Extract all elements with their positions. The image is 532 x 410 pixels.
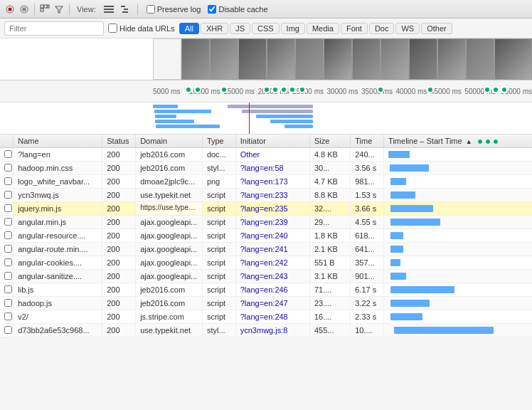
row-timeline	[384, 148, 532, 162]
filter-btn-ws[interactable]: WS	[395, 23, 420, 34]
row-timeline	[384, 229, 532, 243]
film-frame-last	[494, 38, 532, 80]
ruler-dot	[280, 86, 287, 93]
filter-btn-media[interactable]: Media	[307, 23, 339, 34]
filter-btn-all[interactable]: All	[179, 23, 199, 34]
table-row[interactable]: ycn3mwq.js 200 use.typekit.net script ?l…	[0, 189, 532, 202]
ruler-dot-group3	[484, 86, 508, 93]
svg-rect-14	[122, 11, 128, 13]
name-header[interactable]: Name	[14, 135, 102, 148]
row-checkbox[interactable]	[4, 285, 12, 293]
view-waterfall-btn[interactable]	[119, 3, 133, 16]
row-domain: jeb2016.com	[136, 148, 203, 162]
row-checkbox[interactable]	[4, 191, 12, 199]
table-row[interactable]: logo_white_navbar... 200 dmoae2jplc9c...…	[0, 175, 532, 189]
filter-input[interactable]	[4, 21, 104, 36]
table-row[interactable]: angular-cookies.... 200 ajax.googleapi..…	[0, 256, 532, 270]
row-checkbox[interactable]	[4, 245, 12, 253]
row-time: 3.22 s	[351, 297, 384, 310]
filter-icon[interactable]	[53, 4, 65, 15]
row-status: 200	[102, 189, 136, 202]
row-timeline	[384, 324, 532, 337]
row-initiator: ?lang=en:235	[235, 202, 309, 216]
filter-btn-doc[interactable]: Doc	[369, 23, 395, 34]
film-frame	[295, 38, 324, 80]
row-name: logo_white_navbar...	[14, 175, 102, 189]
view-list-btn[interactable]	[102, 3, 116, 16]
row-checkbox[interactable]	[4, 258, 12, 266]
table-row[interactable]: angular-sanitize.... 200 ajax.googleapi.…	[0, 270, 532, 283]
row-timeline	[384, 243, 532, 256]
ruler-dot	[377, 86, 384, 93]
table-row[interactable]: hadoop.min.css 200 jeb2016.com styl... ?…	[0, 162, 532, 175]
row-checkbox-cell	[0, 256, 14, 270]
table-row[interactable]: hadoop.js 200 jeb2016.com script ?lang=e…	[0, 297, 532, 310]
overview-bar	[156, 125, 220, 128]
row-checkbox[interactable]	[4, 218, 12, 226]
row-checkbox[interactable]	[4, 164, 12, 172]
table-row[interactable]: angular-route.min.... 200 ajax.googleapi…	[0, 243, 532, 256]
table-row[interactable]: jquery.min.js 200 https://use.typekit.ne…	[0, 202, 532, 216]
row-checkbox-cell	[0, 324, 14, 337]
row-domain: jeb2016.com	[136, 283, 203, 297]
film-frame	[409, 38, 437, 80]
preserve-log-checkbox[interactable]	[147, 5, 155, 14]
filter-btn-js[interactable]: JS	[230, 23, 250, 34]
overview-bar-gray	[228, 105, 313, 108]
status-header[interactable]: Status	[102, 135, 136, 148]
size-header[interactable]: Size	[309, 135, 350, 148]
type-header[interactable]: Type	[202, 135, 235, 148]
row-status: 200	[102, 270, 136, 283]
row-name: v2/	[14, 310, 102, 324]
row-checkbox-cell	[0, 229, 14, 243]
row-status: 200	[102, 229, 136, 243]
row-checkbox[interactable]	[4, 231, 12, 239]
row-initiator: ?lang=en:241	[235, 243, 309, 256]
table-row[interactable]: ?lang=en 200 jeb2016.com doc... Other 4.…	[0, 148, 532, 162]
table-row[interactable]: d73bb2a6e53c968... 200 use.typekit.net s…	[0, 324, 532, 337]
table-row[interactable]: angular.min.js 200 ajax.googleapi... scr…	[0, 216, 532, 229]
row-size: 4.8 KB	[309, 148, 350, 162]
filter-btn-img[interactable]: Img	[281, 23, 305, 34]
filter-btn-font[interactable]: Font	[341, 23, 368, 34]
row-initiator: ?lang=en:240	[235, 229, 309, 243]
filter-btn-css[interactable]: CSS	[252, 23, 280, 34]
clear-icon[interactable]	[39, 4, 50, 15]
row-checkbox[interactable]	[4, 204, 12, 212]
row-size: 16....	[309, 310, 350, 324]
initiator-header[interactable]: Initiator	[235, 135, 309, 148]
table-row[interactable]: angular-resource.... 200 ajax.googleapi.…	[0, 229, 532, 243]
checkbox-header	[0, 135, 14, 148]
disable-cache-label[interactable]: Disable cache	[208, 5, 267, 14]
filter-btn-xhr[interactable]: XHR	[201, 23, 228, 34]
row-checkbox[interactable]	[4, 326, 12, 334]
record-icon[interactable]	[4, 4, 16, 15]
table-header-row: Name Status Domain Type Initiator Size	[0, 135, 532, 148]
row-initiator: ?lang=en:173	[235, 175, 309, 189]
preserve-log-label[interactable]: Preserve log	[147, 5, 201, 14]
row-name: ?lang=en	[14, 148, 102, 162]
separator	[34, 4, 35, 15]
table-row[interactable]: lib.js 200 jeb2016.com script ?lang=en:2…	[0, 283, 532, 297]
hide-data-urls-label[interactable]: Hide data URLs	[108, 23, 175, 33]
filter-btn-other[interactable]: Other	[421, 23, 452, 34]
stop-icon[interactable]	[18, 4, 30, 15]
disable-cache-checkbox[interactable]	[208, 5, 216, 14]
film-frame	[352, 38, 381, 80]
row-checkbox[interactable]	[4, 299, 12, 307]
timeline-header[interactable]: Timeline – Start Time ▲	[384, 135, 532, 148]
svg-rect-6	[48, 5, 49, 8]
table-row[interactable]: v2/ 200 js.stripe.com script ?lang=en:24…	[0, 310, 532, 324]
hide-data-urls-checkbox[interactable]	[108, 23, 117, 33]
row-checkbox[interactable]	[4, 150, 12, 158]
row-checkbox[interactable]	[4, 312, 12, 320]
domain-header[interactable]: Domain	[136, 135, 203, 148]
row-checkbox[interactable]	[4, 177, 12, 185]
svg-rect-3	[23, 7, 26, 11]
row-checkbox-cell	[0, 175, 14, 189]
row-size: 2.1 KB	[309, 243, 350, 256]
separator2	[69, 4, 70, 15]
row-status: 200	[102, 310, 136, 324]
time-header[interactable]: Time	[351, 135, 384, 148]
row-checkbox[interactable]	[4, 272, 12, 280]
